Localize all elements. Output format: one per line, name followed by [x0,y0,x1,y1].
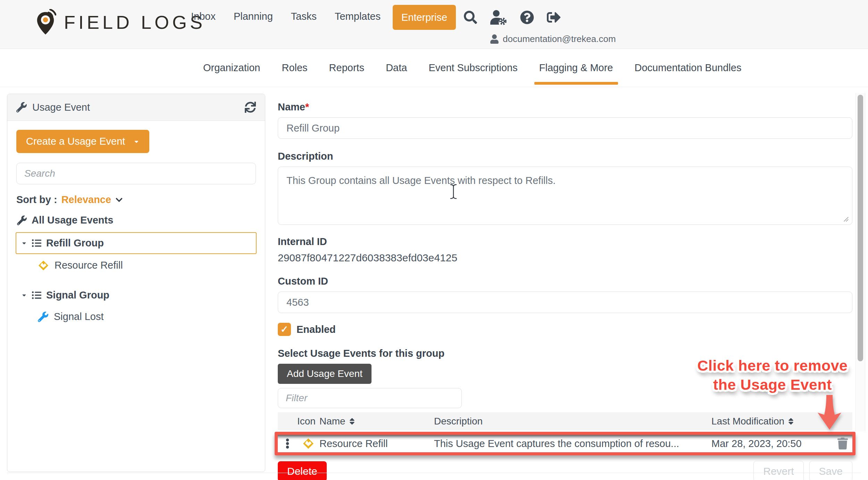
fieldlogs-pin-icon [35,9,56,35]
usage-event-filter-input[interactable] [278,388,462,408]
row-last-modification: Mar 28, 2023, 20:50 [711,438,833,449]
user-email[interactable]: documentation@trekea.com [490,34,616,44]
description-label: Description [278,151,852,162]
user-icon [490,34,499,44]
tab-documentation-bundles[interactable]: Documentation Bundles [635,49,742,87]
wrench-icon [16,102,27,112]
caret-down-icon[interactable] [21,292,27,298]
sidebar-item-signal-group[interactable]: Signal Group [16,285,256,305]
main-nav: Inbox Planning Tasks Templates [191,0,381,33]
scrollbar-track[interactable] [856,93,865,431]
delete-button[interactable]: Delete [278,461,327,480]
resize-handle-icon[interactable] [843,216,849,222]
enabled-label: Enabled [297,324,336,335]
nav-planning[interactable]: Planning [234,11,273,22]
sidebar-header: Usage Event [7,94,265,121]
usage-events-table-header: Icon Name Description Last Modification [278,412,852,430]
column-description: Description [434,416,711,427]
user-email-text: documentation@trekea.com [503,34,616,44]
drag-handle-icon[interactable] [278,438,297,449]
enterprise-button[interactable]: Enterprise [393,5,456,30]
row-description: This Usage Event captures the consumptio… [434,438,711,449]
table-row-resource-refill[interactable]: Resource Refill This Usage Event capture… [278,435,852,452]
header-icons [464,6,561,28]
row-name: Resource Refill [319,438,434,449]
sort-icon[interactable] [788,417,794,426]
wrench-blue-icon [38,312,48,322]
remove-usage-event-button[interactable] [833,438,852,449]
usage-event-sidebar: Usage Event Create a Usage Event Sort by… [7,94,265,472]
wrench-icon [17,216,27,225]
tab-event-subscriptions[interactable]: Event Subscriptions [428,49,517,87]
caret-down-icon[interactable] [21,240,27,246]
sidebar-search-input[interactable] [16,163,256,184]
description-wrap: This Group contains all Usage Events wit… [278,167,852,226]
text-cursor-ibeam [450,184,457,199]
content-bottom-divider [7,473,861,473]
annotation-callout: Click here to remove the Usage Event [689,356,856,394]
column-name[interactable]: Name [319,416,434,427]
sort-value[interactable]: Relevance [61,194,111,205]
annotation-line1: Click here to remove [689,356,856,375]
annotation-line2: the Usage Event [689,375,856,394]
settings-tabbar: Organization Roles Reports Data Event Su… [0,49,868,87]
sidebar-item-resource-refill[interactable]: Resource Refill [16,254,256,277]
nav-inbox[interactable]: Inbox [191,11,216,22]
sort-row: Sort by : Relevance [16,194,256,205]
name-input[interactable] [278,117,852,139]
group-list-icon [32,290,41,300]
tab-roles[interactable]: Roles [282,49,307,87]
sidebar-item-signal-lost[interactable]: Signal Lost [16,305,256,328]
top-header: FIELD LOGS Inbox Planning Tasks Template… [0,0,868,49]
internal-id-label: Internal ID [278,236,852,247]
tab-organization[interactable]: Organization [203,49,260,87]
check-icon: ✓ [281,324,289,335]
tab-data[interactable]: Data [386,49,407,87]
group-detail-panel: Name* Description This Group contains al… [278,94,852,480]
row-refill-diamond-icon [297,438,319,449]
revert-button[interactable]: Revert [753,461,803,480]
custom-id-input[interactable] [278,292,852,313]
description-textarea[interactable]: This Group contains all Usage Events wit… [278,167,852,225]
form-footer: Delete Revert Save [278,461,852,480]
help-icon[interactable] [520,10,534,24]
scrollbar-thumb[interactable] [858,95,863,361]
group-list-icon [32,238,41,248]
search-icon[interactable] [464,11,477,24]
caret-down-icon [133,138,140,145]
highlighted-row-annotation-border: Resource Refill This Usage Event capture… [275,432,856,455]
sort-icon[interactable] [349,417,355,426]
column-icon: Icon [297,416,319,427]
internal-id-value: 29087f80471227d6038383efd03e4125 [278,252,852,264]
tab-flagging-and-more[interactable]: Flagging & More [539,49,613,87]
nav-tasks[interactable]: Tasks [291,11,317,22]
remove-arrow-icon [817,395,842,430]
save-button[interactable]: Save [809,461,852,480]
logout-icon[interactable] [546,10,561,24]
chevron-down-icon[interactable] [115,196,123,204]
sidebar-item-refill-group[interactable]: Refill Group [16,232,257,254]
required-asterisk: * [305,101,309,112]
enabled-checkbox[interactable]: ✓ [278,323,291,336]
sidebar-body: Create a Usage Event Sort by : Relevance… [7,121,265,328]
sidebar-title: Usage Event [32,102,90,113]
brand-logo[interactable]: FIELD LOGS [35,9,206,35]
create-usage-event-button[interactable]: Create a Usage Event [16,130,149,153]
trash-icon [837,438,848,449]
brand-name: FIELD LOGS [64,11,206,33]
settings-tabs: Organization Roles Reports Data Event Su… [203,49,741,87]
tab-reports[interactable]: Reports [329,49,365,87]
nav-templates[interactable]: Templates [335,11,381,22]
column-last-modification[interactable]: Last Modification [711,416,833,427]
user-settings-icon[interactable] [490,10,508,25]
add-usage-event-button[interactable]: Add Usage Event [278,364,372,384]
refresh-icon[interactable] [245,102,256,113]
enabled-row: ✓ Enabled [278,323,852,336]
sidebar-item-all-usage-events[interactable]: All Usage Events [17,214,256,226]
custom-id-label: Custom ID [278,276,852,287]
refill-diamond-icon [38,260,49,271]
name-label: Name* [278,101,852,113]
sort-label: Sort by : [16,194,57,205]
